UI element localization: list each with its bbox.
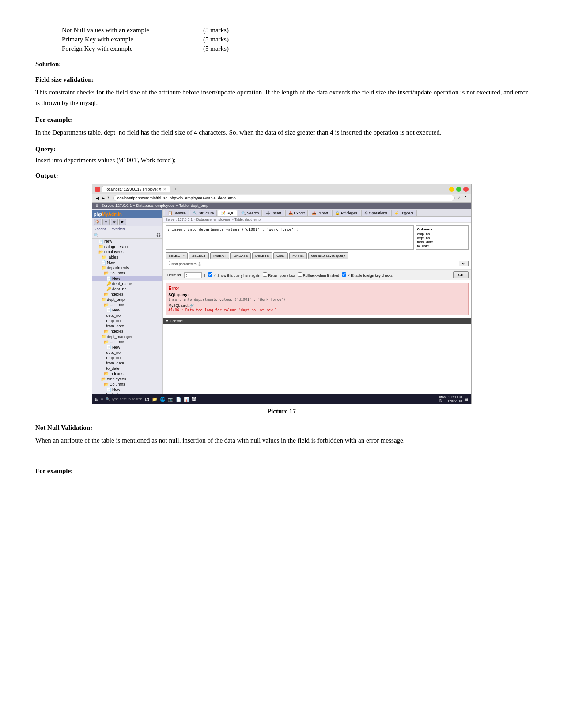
- autosave-button[interactable]: Get auto-saved query: [308, 252, 348, 259]
- taskbar-app4[interactable]: 📷: [168, 397, 173, 402]
- tab-import[interactable]: 📥 Import: [309, 210, 331, 216]
- close-button[interactable]: [463, 187, 469, 192]
- tab-browse[interactable]: 📋 Browse: [165, 210, 189, 216]
- tree-item-new2[interactable]: 📄 New: [92, 260, 162, 265]
- output-heading: Output:: [35, 172, 528, 180]
- pma-query-area: ↓ insert into departments values ('d1001…: [163, 223, 471, 270]
- tree-item-tables[interactable]: 📁 Tables: [92, 255, 162, 260]
- start-button[interactable]: ⊞: [95, 397, 98, 402]
- foreign-key-checkbox[interactable]: [342, 272, 346, 277]
- favorites-label[interactable]: Favorites: [109, 227, 125, 231]
- tree-item-deptmgr-indexes[interactable]: 📂 Indexes: [92, 371, 162, 376]
- show-query-option[interactable]: ✓ Show this query here again: [208, 272, 260, 278]
- tab-sql[interactable]: 📝 SQL: [218, 210, 237, 216]
- tree-item-employees-col-new[interactable]: 📄 New: [92, 387, 162, 392]
- format-button[interactable]: Format: [289, 252, 306, 259]
- foreign-key-option[interactable]: ✓ Enable foreign key checks: [342, 272, 393, 278]
- tree-item-deptmgr-todate[interactable]: to_date: [92, 366, 162, 371]
- tab-triggers[interactable]: ⚡ Triggers: [391, 210, 417, 216]
- tree-item-deptemp-empno[interactable]: emp_no: [92, 318, 162, 323]
- tab-operations[interactable]: ⚙ Operations: [361, 210, 390, 216]
- column-to-date: to_date: [417, 244, 467, 248]
- tab-export[interactable]: 📤 Export: [285, 210, 308, 216]
- tree-item-deptmgr-empno[interactable]: emp_no: [92, 355, 162, 360]
- rollback-option[interactable]: Rollback when finished: [298, 272, 339, 278]
- delete-button[interactable]: DELETE: [252, 252, 272, 259]
- tree-item-dept-columns[interactable]: 📂 Columns: [92, 270, 162, 276]
- tab-close-icon[interactable]: ✕: [163, 187, 166, 191]
- pma-sql-editor[interactable]: ↓ insert into departments values ('d1001…: [166, 225, 414, 250]
- tree-item-employees-columns[interactable]: 📂 Columns: [92, 382, 162, 387]
- tree-item-deptemp-col-new[interactable]: 📄 New: [92, 308, 162, 313]
- pma-sidebar[interactable]: phpMyAdmin 🏠 ↻ ⚙ ▶ Recent Favorites 🔍 ⟪⟫: [92, 209, 163, 394]
- show-query-checkbox[interactable]: [208, 272, 212, 277]
- tab-structure[interactable]: 🔧 Structure: [190, 210, 217, 216]
- select-star-button[interactable]: SELECT *: [166, 252, 188, 259]
- bookmark-icon[interactable]: ☆: [457, 196, 461, 200]
- maximize-button[interactable]: [456, 187, 461, 192]
- retain-option[interactable]: Retain query box: [263, 272, 295, 278]
- clear-button[interactable]: Clear: [273, 252, 288, 259]
- update-button[interactable]: UPDATE: [230, 252, 251, 259]
- tree-item-deptemp-columns[interactable]: 📂 Columns: [92, 302, 162, 308]
- nav-refresh-icon[interactable]: ↻: [107, 196, 111, 200]
- taskbar-app5[interactable]: 📄: [176, 397, 181, 402]
- nav-back-icon[interactable]: ◀: [96, 196, 99, 200]
- address-input[interactable]: localhost/phpmyadmin/tbl_sql.php?db=empl…: [113, 195, 455, 201]
- tree-item-employees[interactable]: 📂 employees: [92, 249, 162, 255]
- tree-item-deptemp-fromdate[interactable]: from_date: [92, 323, 162, 329]
- delimiter-input[interactable]: [184, 272, 202, 278]
- tree-item-deptemp-deptno[interactable]: dept_no: [92, 313, 162, 318]
- new-tab-icon[interactable]: +: [174, 187, 177, 191]
- taskbar-app2[interactable]: 📁: [152, 397, 157, 402]
- home-icon[interactable]: 🏠: [94, 219, 101, 225]
- settings-icon[interactable]: ⚙: [111, 219, 118, 225]
- tree-item-deptmgr-deptno[interactable]: dept_no: [92, 350, 162, 355]
- tree-item-deptmgr-col-new[interactable]: 📄 New: [92, 345, 162, 350]
- taskbar-app1[interactable]: 🗂: [145, 397, 149, 402]
- retain-checkbox[interactable]: [263, 272, 267, 277]
- taskbar-search[interactable]: 🔍 Type here to search: [106, 397, 142, 401]
- nav-forward-icon[interactable]: ▶: [102, 196, 105, 200]
- cortana-icon[interactable]: ○: [101, 397, 103, 401]
- tab-insert[interactable]: ➕ Insert: [263, 210, 284, 216]
- tree-item-dept-no[interactable]: 🔑 dept_no: [92, 286, 162, 292]
- send-button[interactable]: ≪: [459, 261, 469, 266]
- tree-item-dept-indexes[interactable]: 📂 Indexes: [92, 292, 162, 297]
- tab-privileges[interactable]: 🔒 Privileges: [332, 210, 360, 216]
- rollback-checkbox[interactable]: [298, 272, 302, 277]
- browser-tab-label: localhost / 127.0.0.1 / employe: X: [106, 187, 162, 191]
- recent-label[interactable]: Recent: [94, 227, 106, 231]
- taskbar-app6[interactable]: 📊: [184, 397, 189, 402]
- taskbar-app7[interactable]: 🖼: [192, 397, 196, 402]
- tree-item-dept-name[interactable]: 🔑 dept_name: [92, 281, 162, 286]
- tree-item-deptmgr-columns[interactable]: 📂 Columns: [92, 339, 162, 345]
- taskbar-app3[interactable]: 🌐: [160, 397, 165, 402]
- browser-tab[interactable]: localhost / 127.0.0.1 / employe: X ✕: [102, 186, 171, 192]
- tab-search[interactable]: 🔍 Search: [238, 210, 262, 216]
- select-button[interactable]: SELECT: [189, 252, 209, 259]
- menu-icon[interactable]: ⋮: [464, 196, 468, 200]
- expand-icon[interactable]: ▶: [119, 219, 126, 225]
- error-detail: #1406 : Data too long for column 'dept_n…: [169, 308, 465, 312]
- tree-item-employees-table[interactable]: 📂 employees: [92, 376, 162, 382]
- tree-item-deptmgr-fromdate[interactable]: from_date: [92, 360, 162, 366]
- pma-tabs: 📋 Browse 🔧 Structure 📝 SQL 🔍 Search ➕ In…: [163, 209, 471, 217]
- tree-item-dept-manager[interactable]: 📁 dept_manager: [92, 334, 162, 339]
- tree-item-datagenerator[interactable]: 📁 datagenerator: [92, 244, 162, 249]
- sidebar-arrows[interactable]: ⟪⟫: [156, 233, 161, 237]
- tree-item-dept-emp[interactable]: 📁 dept_emp: [92, 297, 162, 302]
- tree-item-departments[interactable]: 📁 departments: [92, 265, 162, 270]
- minimize-button[interactable]: [449, 187, 454, 192]
- go-button[interactable]: Go: [453, 271, 469, 278]
- refresh-icon[interactable]: ↻: [102, 219, 110, 225]
- bind-params-checkbox[interactable]: [166, 261, 170, 265]
- notification-icon[interactable]: 🖥: [464, 397, 469, 402]
- mysql-said-label: MySQL said:: [169, 304, 189, 308]
- tree-item-dept-col-new[interactable]: 📄 New: [92, 276, 162, 281]
- pma-console-bar[interactable]: ▼ Console: [163, 318, 471, 324]
- tree-item-new[interactable]: 📄 New: [92, 239, 162, 244]
- tree-item-deptemp-indexes[interactable]: 📂 Indexes: [92, 329, 162, 334]
- pma-query-box: ↓ insert into departments values ('d1001…: [166, 225, 469, 250]
- insert-button[interactable]: INSERT: [210, 252, 229, 259]
